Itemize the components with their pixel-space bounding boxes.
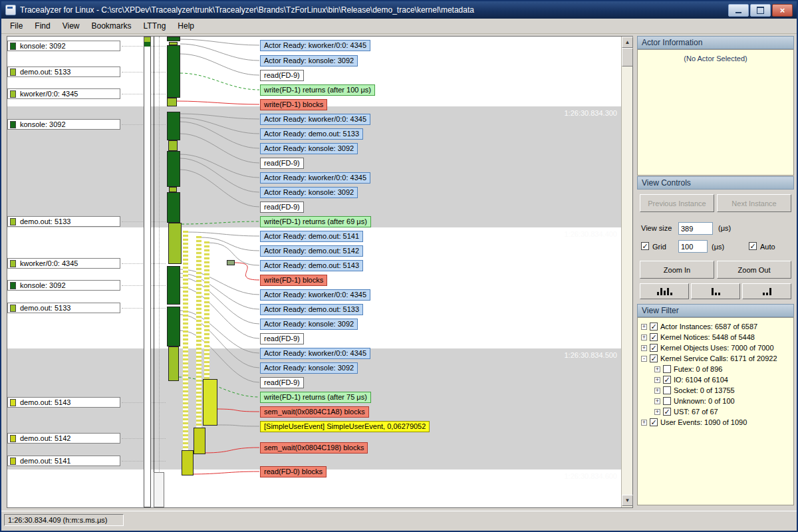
menu-bookmarks[interactable]: Bookmarks: [85, 19, 137, 33]
view-size-input[interactable]: [678, 222, 713, 235]
menu-lttng[interactable]: LTTng: [138, 19, 172, 33]
execution-bar[interactable]: [167, 192, 180, 223]
event-label-ready[interactable]: Actor Ready: demo.out: 5143: [260, 260, 363, 271]
event-label-ready[interactable]: Actor Ready: kworker/0:0: 4345: [260, 348, 370, 359]
event-label-ready[interactable]: Actor Ready: kworker/0:0: 4345: [260, 40, 370, 51]
filter-checkbox[interactable]: [663, 365, 671, 373]
actor-label[interactable]: demo.out: 5142: [7, 433, 120, 444]
filter-item[interactable]: +Unknown: 0 of 100: [654, 396, 793, 406]
actor-label[interactable]: demo.out: 5133: [7, 303, 120, 313]
actor-label[interactable]: kworker/0:0: 4345: [7, 88, 120, 99]
scrollbar-thumb[interactable]: [622, 48, 633, 66]
auto-checkbox[interactable]: [749, 242, 757, 250]
expand-toggle-icon[interactable]: +: [654, 388, 660, 394]
event-label-return[interactable]: write(FD-1) returns (after 100 μs): [260, 84, 375, 96]
filter-item[interactable]: +Kernel Notices: 5448 of 5448: [641, 332, 793, 342]
execution-bar[interactable]: [168, 223, 182, 264]
trace-view[interactable]: 1:26:30.834.3001:26:30.834.4001:26:30.83…: [7, 36, 633, 508]
scroll-down-button[interactable]: ▼: [622, 495, 633, 506]
filter-item[interactable]: +Kernel Objects Uses: 7000 of 7000: [641, 342, 793, 353]
actor-label[interactable]: demo.out: 5141: [7, 456, 120, 466]
expand-toggle-icon[interactable]: +: [641, 334, 647, 340]
zoom-in-button[interactable]: Zoom In: [640, 261, 714, 279]
execution-bar[interactable]: [227, 260, 235, 265]
filter-checkbox[interactable]: [663, 397, 671, 405]
event-label-return[interactable]: write(FD-1) returns (after 69 μs): [260, 216, 371, 227]
execution-bar[interactable]: [167, 307, 180, 346]
filter-item[interactable]: +IO: 6104 of 6104: [654, 374, 793, 385]
scroll-up-button[interactable]: ▲: [622, 37, 633, 48]
expand-toggle-icon[interactable]: +: [654, 366, 660, 372]
execution-bar[interactable]: [168, 346, 179, 381]
event-label-call[interactable]: read(FD-9): [260, 201, 304, 213]
event-label-ready[interactable]: Actor Ready: konsole: 3092: [260, 55, 358, 66]
event-label-ready[interactable]: Actor Ready: konsole: 3092: [260, 143, 358, 154]
menu-help[interactable]: Help: [172, 19, 200, 33]
execution-bar[interactable]: [194, 428, 205, 454]
trace-fragments-view-button[interactable]: [640, 283, 689, 299]
event-label-return[interactable]: write(FD-1) returns (after 75 μs): [260, 392, 371, 403]
zoom-out-button[interactable]: Zoom Out: [717, 261, 791, 279]
expand-toggle-icon[interactable]: +: [641, 420, 647, 426]
event-label-call[interactable]: read(FD-9): [260, 377, 304, 388]
previous-instance-button[interactable]: Previous Instance: [640, 194, 714, 212]
filter-checkbox[interactable]: [650, 333, 658, 341]
event-label-block[interactable]: write(FD-1) blocks: [260, 99, 327, 110]
actor-label[interactable]: demo.out: 5133: [7, 66, 120, 77]
event-label-ready[interactable]: Actor Ready: demo.out: 5142: [260, 245, 363, 257]
expand-toggle-icon[interactable]: -: [641, 356, 647, 362]
filter-item[interactable]: +User Events: 1090 of 1090: [641, 417, 793, 428]
execution-bar[interactable]: [203, 379, 217, 426]
trace-canvas[interactable]: 1:26:30.834.3001:26:30.834.4001:26:30.83…: [7, 37, 621, 507]
execution-bar[interactable]: [167, 37, 180, 41]
event-label-ready[interactable]: Actor Ready: konsole: 3092: [260, 319, 358, 330]
event-label-call[interactable]: read(FD-9): [260, 333, 304, 344]
expand-toggle-icon[interactable]: +: [654, 409, 660, 415]
grid-checkbox[interactable]: [641, 242, 649, 250]
filter-checkbox[interactable]: [650, 323, 658, 331]
event-label-call[interactable]: read(FD-9): [260, 70, 304, 81]
execution-bar[interactable]: [167, 151, 180, 187]
actor-label[interactable]: demo.out: 5143: [7, 397, 120, 408]
maximize-button[interactable]: [750, 4, 771, 17]
filter-item[interactable]: -Kernel Service Calls: 6171 of 20922: [641, 353, 793, 364]
expand-toggle-icon[interactable]: +: [654, 398, 660, 404]
filter-checkbox[interactable]: [650, 418, 658, 426]
align-bottom-view-button[interactable]: [742, 283, 791, 299]
event-label-ready[interactable]: Actor Ready: demo.out: 5133: [260, 304, 363, 315]
filter-item[interactable]: +Futex: 0 of 896: [654, 364, 793, 374]
event-label-block[interactable]: write(FD-1) blocks: [260, 275, 327, 286]
filter-checkbox[interactable]: [650, 354, 658, 362]
event-label-ready[interactable]: Actor Ready: demo.out: 5141: [260, 231, 363, 242]
filter-checkbox[interactable]: [650, 344, 658, 352]
execution-bar[interactable]: [167, 45, 180, 98]
menu-file[interactable]: File: [4, 19, 29, 33]
event-label-ready[interactable]: Actor Ready: kworker/0:0: 4345: [260, 114, 370, 125]
filter-item[interactable]: +UST: 67 of 67: [654, 406, 793, 417]
menu-find[interactable]: Find: [29, 19, 56, 33]
execution-bar[interactable]: [167, 112, 180, 140]
event-label-user[interactable]: [SimpleUserEvent] SimpleUserEvent, 0,062…: [260, 421, 430, 432]
event-label-ready[interactable]: Actor Ready: demo.out: 5133: [260, 128, 363, 140]
actor-label[interactable]: konsole: 3092: [7, 41, 120, 51]
filter-checkbox[interactable]: [663, 376, 671, 384]
actor-label[interactable]: konsole: 3092: [7, 280, 120, 291]
execution-bar[interactable]: [167, 266, 180, 305]
event-label-block[interactable]: sem_wait(0x0804C1A8) blocks: [260, 406, 369, 418]
minimize-button[interactable]: [728, 4, 749, 17]
filter-item[interactable]: +Socket: 0 of 13755: [654, 385, 793, 396]
event-label-ready[interactable]: Actor Ready: konsole: 3092: [260, 187, 358, 198]
align-top-view-button[interactable]: [691, 283, 740, 299]
actor-label[interactable]: konsole: 3092: [7, 119, 120, 130]
event-label-ready[interactable]: Actor Ready: kworker/0:0: 4345: [260, 289, 370, 301]
trace-vertical-scrollbar[interactable]: ▲ ▼: [621, 37, 632, 507]
expand-toggle-icon[interactable]: +: [654, 377, 660, 383]
execution-bar[interactable]: [182, 450, 194, 475]
menu-view[interactable]: View: [57, 19, 86, 33]
filter-checkbox[interactable]: [663, 386, 671, 394]
title-bar[interactable]: Tracealyzer for Linux - C:\src\XPDev\Tra…: [1, 1, 797, 19]
event-label-ready[interactable]: Actor Ready: konsole: 3092: [260, 362, 358, 374]
execution-bar[interactable]: [168, 140, 178, 151]
expand-toggle-icon[interactable]: +: [641, 345, 647, 351]
expand-toggle-icon[interactable]: +: [641, 324, 647, 330]
